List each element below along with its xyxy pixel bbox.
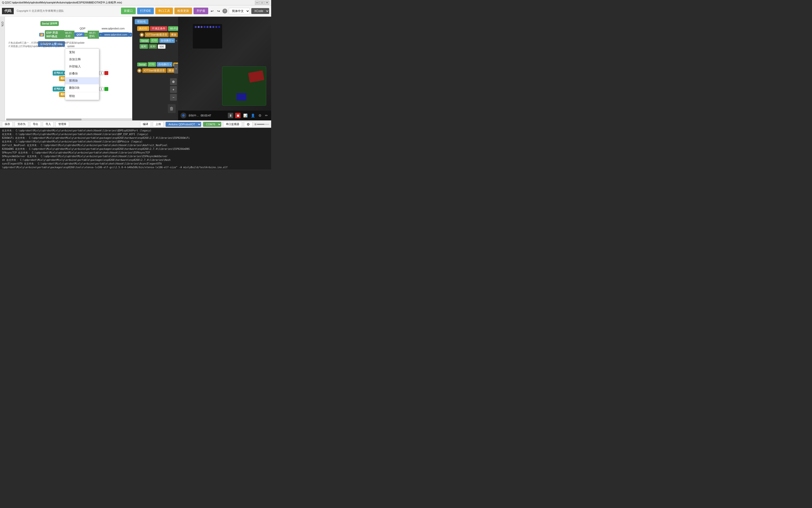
rec-chart-button[interactable]: 📊 bbox=[242, 113, 248, 118]
log-line: SPAsyncTCP 在文件夹： C:\qdprobot\Mixly\qdrob… bbox=[2, 151, 269, 155]
wifi-name-label: Wi-Fi名称 bbox=[65, 31, 74, 38]
check-update-button[interactable]: 检查更新 bbox=[175, 8, 192, 14]
light-range-1[interactable]: 灯号0-4 bbox=[53, 71, 64, 76]
esp-wifi-label: ESP 开启WiFi热点 bbox=[46, 31, 63, 38]
recording-bar: 录制中... 00:03:47 ⏸ ⏹ 📊 👤 ⚙ ✏ bbox=[178, 111, 271, 120]
print2-block[interactable]: 打印 bbox=[148, 62, 156, 67]
rec-person-button[interactable]: 👤 bbox=[250, 113, 256, 118]
light-val-1[interactable]: 1 bbox=[99, 71, 104, 75]
new-window-button[interactable]: 新窗口 bbox=[121, 8, 136, 14]
maximize-button[interactable]: □ bbox=[260, 1, 264, 5]
zoom-target-button[interactable]: ⊕ bbox=[170, 78, 177, 85]
compile-button[interactable]: 编译 bbox=[140, 121, 151, 127]
iot-start-block-1[interactable]: IOTStart板载语音 bbox=[145, 32, 169, 37]
redo-button[interactable]: ↪ bbox=[216, 9, 221, 13]
minimize-button[interactable]: — bbox=[255, 1, 259, 5]
color-swatch-1[interactable] bbox=[104, 71, 108, 75]
cond-block[interactable]: 不满足条件 bbox=[150, 26, 167, 31]
serial-block[interactable]: Serial 波特率 bbox=[40, 21, 59, 26]
log-line: 在文件夹： C:\qdprobot\Mixly\qdrobotMixly\ard… bbox=[2, 140, 269, 143]
wifi-block-row: 📶 ESP 开启WiFi热点 Wi-Fi名称 QDP » Wi-Fi密码 « bbox=[39, 30, 132, 39]
auto-run2-block[interactable]: 自动换行 ▾ bbox=[157, 62, 173, 67]
device-selector[interactable]: Arduino QDProbotIOT bbox=[165, 122, 201, 127]
serial2-block[interactable]: Serial bbox=[137, 62, 147, 67]
log-line: SPAsyncWebServer 在文件夹： C:\qdprobot\Mixly… bbox=[2, 155, 269, 158]
upload-button[interactable]: 上传 bbox=[153, 121, 163, 127]
import-button[interactable]: 导入 bbox=[43, 121, 54, 127]
export-button[interactable]: 导出 bbox=[30, 121, 41, 127]
qdp-wifi-icon: 📶 bbox=[39, 33, 44, 37]
exec-block[interactable]: 执行行 bbox=[137, 26, 149, 31]
ide-selector[interactable]: XCode bbox=[251, 8, 269, 14]
toolbar: 代码 Copyright © 北京师范大学傅骞博士团队 新窗口 打开IDE 串口… bbox=[0, 5, 271, 17]
stop-button[interactable]: ⏹ bbox=[235, 113, 241, 118]
pause-button[interactable]: ⏸ bbox=[228, 113, 233, 118]
save-as-button[interactable]: 另存为 bbox=[15, 121, 28, 127]
print-block-r1[interactable]: 打印 bbox=[150, 38, 158, 43]
iot-start-block-2[interactable]: IOTStart板载语音 bbox=[142, 68, 166, 73]
h-scrollbar[interactable] bbox=[6, 118, 132, 120]
serial-block-row: Serial 波特率 9600 bbox=[40, 22, 49, 26]
color-swatch-2[interactable] bbox=[104, 87, 108, 91]
save-button[interactable]: 保存 bbox=[2, 121, 13, 127]
qdp-label: QDP bbox=[77, 33, 82, 36]
context-menu-item-delete[interactable]: 删除3块 bbox=[65, 84, 99, 91]
settings-button[interactable]: ⚙ bbox=[244, 121, 252, 127]
auto-run-block-r1[interactable]: 自动换行 ▾ bbox=[159, 38, 175, 43]
help-button[interactable]: ? bbox=[223, 9, 227, 13]
log-area[interactable]: 在文件夹： C:\qdprobot\Mixly\qdrobotMixly\ard… bbox=[0, 128, 271, 169]
light-range-2[interactable]: 灯号0-4 bbox=[53, 87, 64, 91]
delay2-block[interactable]: 延时 bbox=[140, 44, 148, 49]
context-menu-item-external-input[interactable]: 外部输入 bbox=[65, 63, 99, 70]
serial-block-r1[interactable]: Serial bbox=[140, 39, 149, 43]
monitor-button[interactable]: 串口监视器 bbox=[223, 121, 242, 127]
context-menu-item-fold[interactable]: 折叠块 bbox=[65, 70, 99, 77]
volume-fill bbox=[257, 124, 264, 125]
password-label: Wi-Fi密码 bbox=[89, 31, 96, 38]
recording-dot bbox=[181, 113, 186, 118]
trash-button[interactable]: 🗑 bbox=[168, 104, 176, 113]
context-menu-item-copy[interactable]: 复制 bbox=[65, 49, 99, 56]
context-menu-item-add-comment[interactable]: 添加注释 bbox=[65, 56, 99, 63]
title-text: Q.Q2(C:\qdprobot\Mixly\qdrobotMixly\samp… bbox=[2, 1, 255, 4]
esp-wifi-block[interactable]: ESP 开启WiFi热点 bbox=[45, 30, 64, 39]
title-bar: Q.Q2(C:\qdprobot\Mixly\qdrobotMixly\samp… bbox=[0, 0, 271, 5]
context-menu-item-disable[interactable]: 禁用块 bbox=[65, 77, 99, 84]
light-val-2[interactable]: 1 bbox=[99, 87, 104, 91]
trash-area: 🗑 bbox=[168, 104, 176, 113]
block-canvas[interactable]: Serial 波特率 9600 📶 ESP 开启WiFi热点 Wi-Fi名称 bbox=[6, 17, 132, 120]
zoom-in-button[interactable]: + bbox=[170, 86, 177, 93]
delay2-unit[interactable]: 延秒 bbox=[149, 44, 157, 49]
main-area: OTA Serial 波特率 9600 📶 ESP 开启WiFi热点 bbox=[0, 17, 271, 120]
arrow-left1: « bbox=[99, 33, 102, 37]
collapse-panel-button[interactable]: ‹ bbox=[174, 64, 178, 74]
open-ide-button[interactable]: 打开IDE bbox=[137, 8, 154, 14]
qdp-label-block[interactable]: QDP bbox=[75, 32, 84, 37]
serial-tool-button[interactable]: 串口工具 bbox=[155, 8, 173, 14]
recording-status: 录制中... bbox=[188, 114, 199, 118]
delay2-val[interactable]: 500 bbox=[158, 44, 165, 49]
h-scrollbar-thumb[interactable] bbox=[6, 119, 82, 120]
password-label-block[interactable]: Wi-Fi密码 bbox=[88, 31, 99, 39]
context-menu-item-help[interactable]: 帮助 bbox=[65, 93, 99, 100]
sidebar-ota-label: OTA bbox=[1, 22, 4, 27]
port-selector[interactable]: COM76 bbox=[203, 122, 221, 127]
close-button[interactable]: ✕ bbox=[265, 1, 269, 5]
undo-button[interactable]: ↩ bbox=[210, 9, 214, 13]
care-button[interactable]: 齐护盾 bbox=[193, 8, 208, 14]
url-top-label: www.qdprobot.com bbox=[102, 27, 125, 30]
volume-slider[interactable] bbox=[257, 124, 269, 125]
zoom-out-button[interactable]: − bbox=[170, 94, 177, 101]
rec-settings-button[interactable]: ⚙ bbox=[258, 113, 262, 118]
wifi-name-block[interactable]: Wi-Fi名称 bbox=[64, 31, 75, 39]
language-selector[interactable]: 简体中文 bbox=[229, 8, 250, 14]
quote-left-1: « bbox=[176, 39, 177, 42]
init-label[interactable]: 初始化 bbox=[135, 19, 148, 24]
app-logo: 代码 bbox=[2, 8, 14, 14]
serial-label: Serial bbox=[42, 22, 49, 25]
library-button[interactable]: 管理库 bbox=[56, 121, 69, 127]
url-value-block[interactable]: www.qdprobot.com bbox=[102, 32, 129, 37]
play-block-1[interactable]: 播放 bbox=[170, 32, 178, 37]
iot-icon-1 bbox=[140, 33, 144, 37]
rec-pen-button[interactable]: ✏ bbox=[264, 113, 269, 118]
